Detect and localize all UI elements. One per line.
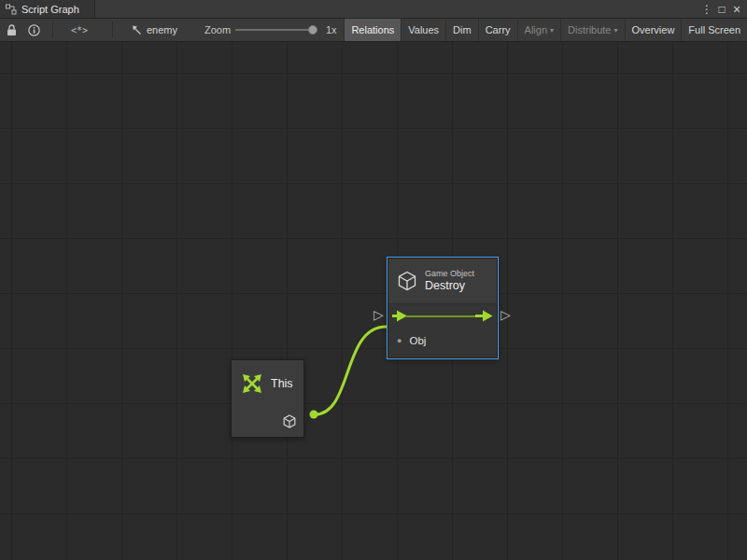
control-flow-row [388, 304, 497, 328]
toolbar-separator [112, 21, 113, 38]
node-this-body: This [232, 360, 303, 395]
toolbar-button-overview[interactable]: Overview [625, 19, 682, 41]
window-controls: ⋮ □ × [699, 0, 744, 18]
unity-script-graph-window: Script Graph ⋮ □ × <*> [0, 0, 747, 560]
obj-port-label: Obj [409, 335, 426, 346]
kebab-menu-icon[interactable]: ⋮ [699, 1, 714, 18]
node-destroy-titles: Game Object Destroy [425, 269, 474, 294]
node-title: Destroy [425, 279, 474, 294]
close-icon[interactable]: × [729, 1, 744, 18]
zoom-value: 1x [326, 19, 337, 41]
node-destroy-ports: ● Obj [388, 304, 497, 357]
node-category: Game Object [425, 269, 474, 279]
control-flow-line [406, 315, 477, 317]
toolbar-button-dim[interactable]: Dim [445, 19, 478, 41]
toolbar-button-align[interactable]: Align ▾ [517, 19, 560, 41]
toolbar-button-relations[interactable]: Relations [344, 19, 401, 41]
tab-script-graph[interactable]: Script Graph [0, 0, 95, 18]
maximize-icon[interactable]: □ [714, 1, 729, 18]
code-view-button[interactable]: <*> [71, 19, 88, 41]
zoom-label: Zoom [204, 19, 231, 41]
control-output-port[interactable] [475, 310, 493, 322]
lock-button[interactable] [7, 19, 17, 41]
lock-icon [7, 24, 17, 36]
node-destroy-header: Game Object Destroy [388, 259, 497, 304]
game-object-cube-icon [397, 271, 417, 291]
node-title: This [271, 377, 293, 390]
zoom-slider[interactable] [235, 19, 316, 41]
node-this[interactable]: This [231, 359, 304, 438]
graph-canvas[interactable] [0, 42, 747, 560]
control-output-connector[interactable]: ▷ [500, 308, 511, 321]
script-graph-icon [6, 4, 17, 15]
obj-input-port[interactable]: ● [397, 337, 402, 345]
game-object-output-port[interactable] [283, 414, 296, 428]
breadcrumb[interactable]: enemy [131, 19, 177, 41]
graph-toolbar: <*> enemy Zoom 1x Relations Values Dim [0, 19, 747, 42]
zoom-slider-handle[interactable] [308, 25, 317, 35]
info-icon [28, 24, 40, 36]
control-input-connector[interactable]: ▷ [374, 308, 384, 321]
tab-title: Script Graph [21, 4, 79, 15]
this-icon [241, 372, 263, 395]
toolbar-button-carry[interactable]: Carry [478, 19, 517, 41]
dropdown-arrow-icon: ▾ [614, 27, 618, 35]
window-title-bar: Script Graph ⋮ □ × [0, 0, 747, 19]
inspect-button[interactable] [28, 19, 40, 41]
dropdown-arrow-icon: ▾ [550, 27, 554, 35]
toolbar-button-values[interactable]: Values [401, 19, 445, 41]
zoom-slider-track[interactable] [235, 29, 316, 31]
toolbar-button-group: Relations Values Dim Carry Align ▾ Distr… [344, 19, 747, 41]
toolbar-button-fullscreen[interactable]: Full Screen [681, 19, 747, 41]
graph-breadcrumb-icon [131, 24, 142, 35]
graph-name: enemy [147, 24, 177, 35]
obj-port-row: ● Obj [388, 328, 497, 354]
toolbar-separator [52, 21, 53, 38]
toolbar-button-distribute[interactable]: Distribute ▾ [560, 19, 624, 41]
node-destroy[interactable]: Game Object Destroy ● Obj [388, 258, 498, 358]
